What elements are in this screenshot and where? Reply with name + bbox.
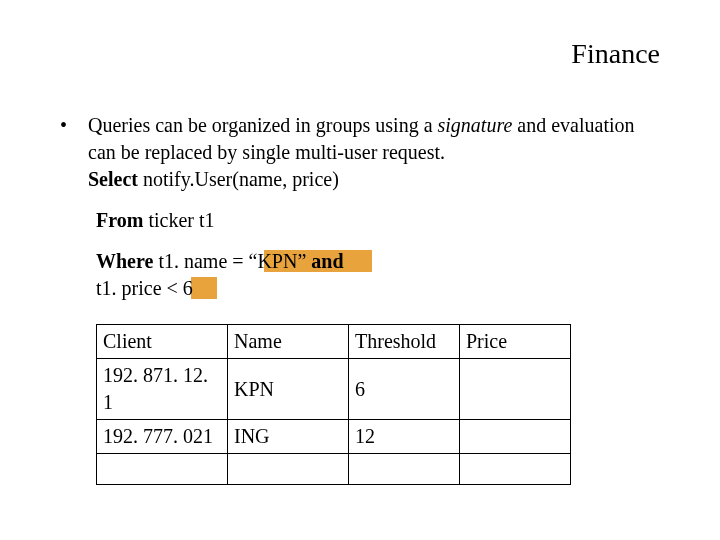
bullet-line1-pre: Queries can be organized in groups using… (88, 114, 438, 136)
select-rest: notify.User(name, price) (138, 168, 339, 190)
highlight-2 (191, 277, 217, 299)
table-cell: 12 (349, 420, 460, 454)
slide-body: • Queries can be organized in groups usi… (60, 112, 660, 485)
table-cell (460, 454, 571, 485)
slide-title: Finance (571, 38, 660, 70)
where-and: and (311, 250, 343, 272)
select-keyword: Select (88, 168, 138, 190)
table-header-cell: Price (460, 325, 571, 359)
table-cell: 6 (349, 359, 460, 420)
slide: { "title": "Finance", "bullet": { "marke… (0, 0, 720, 540)
table-header-row: Client Name Threshold Price (97, 325, 571, 359)
table-cell (349, 454, 460, 485)
table-cell: ING (228, 420, 349, 454)
bullet-text: Queries can be organized in groups using… (88, 112, 660, 193)
table-cell: 192. 777. 021 (97, 420, 228, 454)
table-cell: 192. 871. 12. 1 (97, 359, 228, 420)
table-cell (460, 359, 571, 420)
table-cell (97, 454, 228, 485)
bullet-line1-em: signature (438, 114, 513, 136)
data-table: Client Name Threshold Price 192. 871. 12… (96, 324, 571, 485)
table-row: 192. 871. 12. 1 KPN 6 (97, 359, 571, 420)
where-keyword: Where (96, 250, 153, 272)
table-cell (228, 454, 349, 485)
table-header-cell: Threshold (349, 325, 460, 359)
from-keyword: From (96, 209, 143, 231)
table-row (97, 454, 571, 485)
data-table-wrap: Client Name Threshold Price 192. 871. 12… (96, 324, 660, 485)
bullet-item: • Queries can be organized in groups usi… (60, 112, 660, 193)
where-mid: t1. name = “KPN” (153, 250, 311, 272)
table-cell (460, 420, 571, 454)
table-cell: KPN (228, 359, 349, 420)
where-line2-val: 6 (183, 277, 193, 299)
bullet-marker: • (60, 112, 88, 193)
table-header-cell: Name (228, 325, 349, 359)
table-header-cell: Client (97, 325, 228, 359)
table-row: 192. 777. 021 ING 12 (97, 420, 571, 454)
from-rest: ticker t1 (143, 209, 214, 231)
from-clause: From ticker t1 (96, 207, 660, 234)
where-line2-pre: t1. price < (96, 277, 183, 299)
where-clause: Where t1. name = “KPN” and t1. price < 6 (96, 248, 660, 302)
